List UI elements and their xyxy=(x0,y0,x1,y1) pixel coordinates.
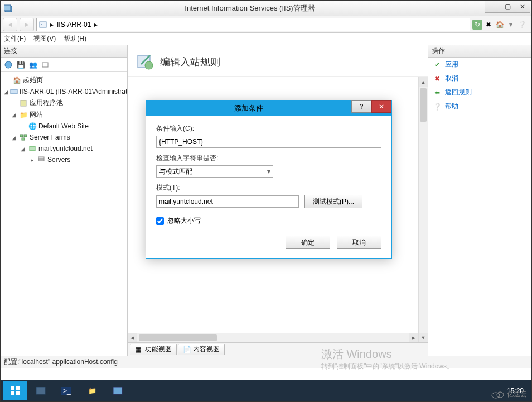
svg-point-25 xyxy=(497,392,504,398)
vertical-scrollbar[interactable]: ▲ ▼ xyxy=(418,77,428,342)
tree-servers[interactable]: ▸Servers xyxy=(2,154,126,165)
action-back-to-rules[interactable]: ⬅返回规则 xyxy=(428,85,531,99)
menu-file[interactable]: 文件(F) xyxy=(4,34,26,44)
condition-input-field[interactable] xyxy=(156,136,381,148)
svg-rect-19 xyxy=(16,391,20,395)
pattern-label: 模式(T): xyxy=(156,183,381,193)
svg-rect-5 xyxy=(42,63,48,67)
condition-input-label: 条件输入(C): xyxy=(156,124,381,133)
nav-back-button[interactable]: ◄ xyxy=(3,18,17,31)
tree-app-pools[interactable]: 应用程序池 xyxy=(2,97,126,109)
start-button[interactable] xyxy=(3,381,27,400)
svg-rect-8 xyxy=(20,135,23,137)
dialog-footer: 确定 取消 xyxy=(146,229,391,258)
menu-help[interactable]: 帮助(H) xyxy=(64,34,86,44)
scroll-up-icon[interactable]: ▲ xyxy=(419,77,428,87)
action-apply[interactable]: ✔应用 xyxy=(428,58,531,71)
tab-content-view[interactable]: 📄内容视图 xyxy=(178,344,225,355)
menu-bar: 文件(F) 视图(V) 帮助(H) xyxy=(1,33,531,45)
tree-server-node[interactable]: ◢IIS-ARR-01 (IIS-ARR-01\Administrator xyxy=(2,86,126,97)
ignore-case-label: 忽略大小写 xyxy=(167,216,201,226)
close-button[interactable]: ✕ xyxy=(515,1,530,13)
action-help[interactable]: ❔帮助 xyxy=(428,99,531,113)
scroll-thumb-h[interactable] xyxy=(139,334,217,341)
check-type-label: 检查输入字符串是否: xyxy=(156,154,381,163)
farm-icon xyxy=(28,144,37,153)
server-node-icon xyxy=(10,87,18,96)
svg-rect-12 xyxy=(38,157,44,159)
dialog-titlebar[interactable]: 添加条件 ? ✕ xyxy=(146,100,391,116)
settings-icon[interactable]: ▾ xyxy=(506,20,516,30)
svg-point-4 xyxy=(5,61,12,68)
svg-point-3 xyxy=(41,24,42,25)
minimize-button[interactable]: — xyxy=(485,1,500,13)
tree-server-farms[interactable]: ◢Server Farms xyxy=(2,132,126,143)
pattern-input-field[interactable] xyxy=(156,195,299,208)
svg-rect-7 xyxy=(21,100,26,106)
server-farms-icon xyxy=(19,133,28,142)
tree-sites[interactable]: ◢📁网站 xyxy=(2,109,126,121)
refresh-icon[interactable]: ↻ xyxy=(472,20,482,30)
connect-icon[interactable] xyxy=(3,59,14,70)
tree-start-page[interactable]: 🏠起始页 xyxy=(2,74,126,86)
ok-button[interactable]: 确定 xyxy=(286,236,330,249)
help-nav-icon[interactable]: ❔ xyxy=(517,20,527,30)
taskbar-powershell[interactable]: >_ xyxy=(54,381,79,400)
scroll-right-icon[interactable]: ▶ xyxy=(409,333,418,342)
connections-panel: 连接 💾 👥 🏠起始页 ◢IIS-ARR-01 (IIS-ARR-01\Admi… xyxy=(1,45,128,356)
breadcrumb[interactable]: ▸ IIS-ARR-01 ▸ xyxy=(36,18,470,31)
taskbar-server-manager[interactable] xyxy=(28,381,53,400)
dialog-body: 条件输入(C): 检查输入字符串是否: 与模式匹配 模式(T): 测试模式(P)… xyxy=(146,116,391,229)
ignore-case-checkbox[interactable]: 忽略大小写 xyxy=(156,216,381,226)
test-pattern-button[interactable]: 测试模式(P)... xyxy=(304,195,362,208)
svg-rect-20 xyxy=(36,387,45,394)
brand-badge: 亿速云 xyxy=(490,389,527,399)
dialog-close-button[interactable]: ✕ xyxy=(371,100,391,113)
svg-point-15 xyxy=(145,61,153,69)
cancel-button[interactable]: 取消 xyxy=(337,236,381,249)
ignore-case-input[interactable] xyxy=(156,217,164,225)
taskbar-explorer[interactable]: 📁 xyxy=(80,381,104,400)
refresh-tree-icon[interactable]: 👥 xyxy=(27,59,38,70)
brand-text: 亿速云 xyxy=(507,390,527,399)
horizontal-scrollbar[interactable]: ◀ ▶ xyxy=(128,333,418,342)
svg-rect-16 xyxy=(11,386,14,390)
svg-rect-18 xyxy=(11,391,14,395)
dialog-help-button[interactable]: ? xyxy=(351,100,371,113)
action-cancel[interactable]: ✖取消 xyxy=(428,71,531,85)
breadcrumb-sep-icon: ▸ xyxy=(50,21,54,28)
svg-text:>_: >_ xyxy=(63,387,71,395)
window-titlebar: Internet Information Services (IIS)管理器 —… xyxy=(1,1,531,16)
stop-icon[interactable]: ✖ xyxy=(483,20,494,30)
page-title: 编辑入站规则 xyxy=(160,55,220,69)
apply-icon: ✔ xyxy=(433,60,442,69)
scroll-left-icon[interactable]: ◀ xyxy=(128,333,137,342)
watermark-title: 激活 Windows xyxy=(321,346,453,362)
maximize-button[interactable]: ▢ xyxy=(500,1,515,13)
actions-panel: 操作 ✔应用 ✖取消 ⬅返回规则 ❔帮助 xyxy=(428,45,531,356)
connections-tree: 🏠起始页 ◢IIS-ARR-01 (IIS-ARR-01\Administrat… xyxy=(1,72,127,356)
taskbar-iis[interactable] xyxy=(105,381,130,400)
breadcrumb-server[interactable]: IIS-ARR-01 xyxy=(57,21,91,28)
app-icon xyxy=(4,4,13,13)
nav-tools: ↻ ✖ 🏠 ▾ ❔ xyxy=(472,20,529,30)
svg-rect-17 xyxy=(16,386,20,390)
scroll-down-icon[interactable]: ▼ xyxy=(419,333,428,342)
tree-default-website[interactable]: 🌐Default Web Site xyxy=(2,121,126,132)
cancel-icon: ✖ xyxy=(433,74,442,83)
up-icon[interactable] xyxy=(40,59,51,70)
tree-farm-mail[interactable]: ◢mail.yuntcloud.net xyxy=(2,143,126,154)
home-icon[interactable]: 🏠 xyxy=(495,20,505,30)
scroll-thumb[interactable] xyxy=(420,88,427,122)
website-icon: 🌐 xyxy=(28,122,37,131)
menu-view[interactable]: 视图(V) xyxy=(33,34,56,44)
home-page-icon: 🏠 xyxy=(12,76,21,85)
add-condition-dialog: 添加条件 ? ✕ 条件输入(C): 检查输入字符串是否: 与模式匹配 模式(T)… xyxy=(146,100,392,259)
check-type-dropdown[interactable]: 与模式匹配 xyxy=(156,165,273,178)
nav-bar: ◄ ► ▸ IIS-ARR-01 ▸ ↻ ✖ 🏠 ▾ ❔ xyxy=(1,16,531,33)
tab-features-view[interactable]: ▦功能视图 xyxy=(130,344,177,355)
url-rewrite-icon xyxy=(137,53,154,71)
taskbar: >_ 📁 15:20 xyxy=(1,380,531,401)
save-icon[interactable]: 💾 xyxy=(15,59,26,70)
nav-forward-button[interactable]: ► xyxy=(20,18,34,31)
